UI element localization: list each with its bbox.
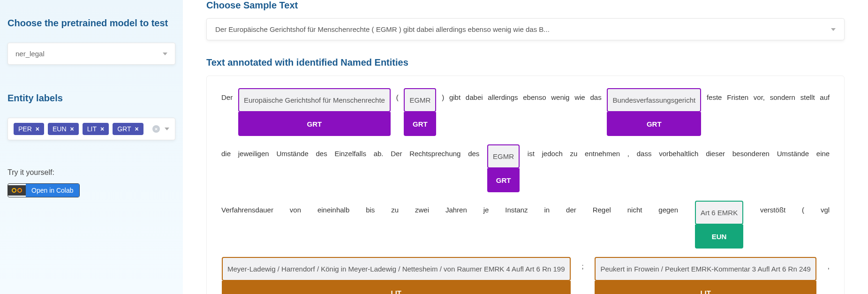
chevron-down-icon [831, 28, 836, 31]
entity-tag[interactable]: EUN× [48, 123, 79, 135]
token: jedoch [542, 146, 563, 158]
remove-tag-icon[interactable]: × [70, 126, 74, 132]
token: verstößt [760, 202, 785, 215]
token: jeweiligen [238, 146, 269, 158]
entity-text: Bundesverfassungsgericht [607, 88, 701, 112]
token: je [483, 202, 489, 215]
entity-text: Art 6 EMRK [695, 201, 743, 225]
token: , [627, 146, 629, 158]
token: sondern [770, 90, 795, 102]
token: ; [581, 258, 583, 271]
token: wie [574, 90, 585, 102]
token: wenig [551, 90, 569, 102]
entity-lit: Meyer-Ladewig / Harrendorf / König in Me… [222, 257, 571, 294]
entity-label: GRT [404, 112, 436, 136]
entity-label: LIT [222, 281, 571, 294]
main-panel: Choose Sample Text Der Europäische Geric… [183, 0, 868, 294]
token: vgl [821, 202, 830, 215]
entity-label: GRT [607, 112, 701, 136]
token: ebenso [523, 90, 546, 102]
entity-grt: EGMRGRT [404, 88, 436, 136]
token: zu [391, 202, 399, 215]
try-label: Try it yourself: [8, 168, 175, 177]
token: ( [802, 202, 804, 215]
entity-lit: Peukert in Frowein / Peukert EMRK-Kommen… [595, 257, 816, 294]
entity-tag-input[interactable]: PER×EUN×LIT×GRT×× [8, 118, 175, 140]
entity-grt: BundesverfassungsgerichtGRT [607, 88, 701, 136]
token: des [316, 146, 327, 158]
token: ist [528, 146, 535, 158]
colab-label: Open in Colab [26, 184, 79, 197]
entity-label: GRT [238, 112, 391, 136]
model-heading: Choose the pretrained model to test [8, 18, 175, 29]
model-select-value: ner_legal [15, 50, 45, 58]
tag-label: LIT [87, 125, 97, 133]
entity-text: Europäische Gerichtshof für Menschenrech… [238, 88, 391, 112]
entity-text: Meyer-Ladewig / Harrendorf / König in Me… [222, 257, 571, 281]
token: feste [707, 90, 722, 102]
token: auf [820, 90, 830, 102]
token: entnehmen [585, 146, 620, 158]
entity-label: GRT [487, 168, 520, 192]
sample-heading: Choose Sample Text [206, 0, 845, 11]
annotation-heading: Text annotated with identified Named Ent… [206, 57, 845, 68]
entity-grt: Europäische Gerichtshof für Menschenrech… [238, 88, 391, 136]
token: bis [366, 202, 375, 215]
tag-label: PER [18, 125, 32, 133]
open-in-colab-button[interactable]: Open in Colab [8, 183, 80, 197]
annotation-output: Der Europäische Gerichtshof für Menschen… [206, 75, 845, 294]
token: dieser [706, 146, 725, 158]
token: in [544, 202, 550, 215]
entity-tag[interactable]: GRT× [113, 123, 143, 135]
token: dabei [466, 90, 483, 102]
token: gegen [658, 202, 678, 215]
token: vorbehaltlich [659, 146, 698, 158]
entity-text: EGMR [487, 144, 520, 168]
token: Umstände [777, 146, 809, 158]
clear-all-icon[interactable]: × [152, 125, 160, 133]
sample-text-value: Der Europäische Gerichtshof für Menschen… [215, 25, 550, 33]
tag-label: EUN [53, 125, 67, 133]
chevron-down-icon[interactable] [165, 128, 169, 130]
tag-label: GRT [117, 125, 131, 133]
token: Fristen [727, 90, 748, 102]
entity-tag[interactable]: LIT× [83, 123, 109, 135]
remove-tag-icon[interactable]: × [135, 126, 138, 132]
entity-heading: Entity labels [8, 93, 175, 104]
token: ) [442, 90, 444, 102]
token: Jahren [445, 202, 467, 215]
sidebar: Choose the pretrained model to test ner_… [0, 0, 183, 294]
model-select[interactable]: ner_legal [8, 43, 175, 65]
token: stellt [800, 90, 815, 102]
token: der [566, 202, 576, 215]
token: Einzelfalls [334, 146, 366, 158]
token: gibt [449, 90, 460, 102]
token: eineinhalb [317, 202, 349, 215]
token: vor, [754, 90, 765, 102]
entity-tag[interactable]: PER× [14, 123, 44, 135]
token: Umstände [276, 146, 308, 158]
entity-eun: Art 6 EMRKEUN [695, 201, 743, 249]
token: dass [637, 146, 652, 158]
sample-text-select[interactable]: Der Europäische Gerichtshof für Menschen… [206, 18, 845, 40]
token: des [468, 146, 479, 158]
token: das [590, 90, 601, 102]
token: Rechtsprechung [409, 146, 460, 158]
entity-label: LIT [595, 281, 816, 294]
token: Instanz [505, 202, 528, 215]
token: allerdings [488, 90, 518, 102]
token: ab. [374, 146, 384, 158]
remove-tag-icon[interactable]: × [100, 126, 104, 132]
token: , [828, 258, 830, 271]
entity-grt: EGMRGRT [487, 144, 520, 192]
token: ( [396, 90, 399, 102]
entity-text: Peukert in Frowein / Peukert EMRK-Kommen… [595, 257, 816, 281]
token: nicht [627, 202, 642, 215]
remove-tag-icon[interactable]: × [36, 126, 39, 132]
colab-icon [8, 185, 26, 196]
token: zu [570, 146, 577, 158]
token: besonderen [732, 146, 770, 158]
token: die [221, 146, 231, 158]
token: Der [391, 146, 402, 158]
token: zwei [415, 202, 429, 215]
